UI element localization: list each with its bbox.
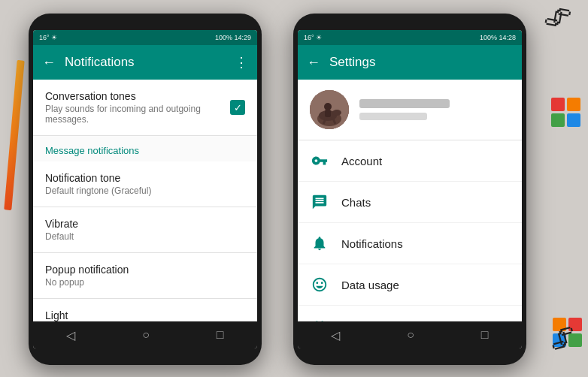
nav-home-right[interactable]: ○ [407,328,414,342]
data-usage-label: Data usage [341,279,399,291]
block-green [551,113,565,127]
nav-recents-right[interactable]: □ [481,328,489,342]
vibrate-sub: Default [45,231,245,242]
phone-left-screen: 16° ☀ 100% 14:29 ← Notifications ⋮ Con [33,30,257,348]
status-temp: 16° ☀ [39,34,57,41]
conversation-tones-sub: Play sounds for incoming and outgoing me… [45,104,230,125]
profile-name-blurred [359,99,450,108]
notification-tone-item[interactable]: Notification tone Default ringtone (Grac… [33,161,257,207]
svg-rect-4 [325,110,331,117]
block-orange [567,98,580,111]
message-notifications-header: Message notifications [33,136,257,161]
phone-left-content: 16° ☀ 100% 14:29 ← Notifications ⋮ Con [33,30,257,348]
svg-point-3 [324,103,332,110]
avatar-image [310,90,349,129]
status-bar-right: 16° ☀ 100% 14:28 [298,30,522,45]
account-icon [310,151,329,170]
contacts-icon [310,316,329,321]
light-title: Light [45,309,245,321]
conversation-tones-text: Conversation tones Play sounds for incom… [45,90,230,125]
status-bar-right-info: 100% 14:29 [215,34,251,41]
profile-section[interactable] [298,80,522,140]
status-battery-time: 100% 14:29 [215,34,251,41]
conversation-tones-title: Conversation tones [45,90,230,102]
notifications-label: Notifications [341,237,403,250]
settings-notifications-item[interactable]: Notifications [298,223,522,264]
notification-tone-title: Notification tone [45,172,245,184]
phone-right: 16° ☀ 100% 14:28 ← Settings [293,14,526,365]
settings-data-usage-item[interactable]: Data usage [298,264,522,306]
message-notifications-label: Message notifications [45,145,139,156]
more-button-left[interactable]: ⋮ [235,54,248,71]
vibrate-title: Vibrate [45,218,245,230]
block-blue [567,113,580,127]
profile-avatar [310,90,349,129]
account-label: Account [341,155,382,167]
notification-tone-sub: Default ringtone (Graceful) [45,185,245,196]
data-usage-icon [310,275,329,294]
popup-notification-sub: No popup [45,277,245,288]
svg-point-7 [332,110,341,116]
chats-label: Chats [341,196,371,209]
nav-home-left[interactable]: ○ [142,328,150,342]
popup-notification-item[interactable]: Popup notification No popup [33,253,257,299]
nav-recents-left[interactable]: □ [217,328,224,342]
status-bar-right-right: 100% 14:28 [480,34,516,41]
profile-info [359,99,510,120]
conversation-tones-row: Conversation tones Play sounds for incom… [45,90,245,125]
nav-bar-right: ◁ ○ □ [298,321,522,348]
profile-status-blurred [359,113,427,120]
settings-chats-item[interactable]: Chats [298,182,522,223]
notifications-icon [310,234,329,253]
phone-right-screen: 16° ☀ 100% 14:28 ← Settings [298,30,522,348]
app-bar-left: ← Notifications ⋮ [33,45,257,80]
binder-clip-top: 🖇 [542,0,574,35]
conversation-tones-checkbox[interactable] [230,100,245,115]
nav-back-left[interactable]: ◁ [66,328,75,342]
status-bar-left: 16° ☀ 100% 14:29 [33,30,257,45]
status-battery-time-right: 100% 14:28 [480,34,516,41]
status-bar-left-info: 16° ☀ [39,34,57,41]
back-button-left[interactable]: ← [42,55,56,71]
conversation-tones-item[interactable]: Conversation tones Play sounds for incom… [33,80,257,136]
nav-back-right[interactable]: ◁ [331,328,340,342]
status-bar-right-left: 16° ☀ [304,34,322,41]
popup-notification-title: Popup notification [45,264,245,276]
app-title-right: Settings [329,55,513,70]
block-red [551,98,565,111]
app-title-left: Notifications [65,55,226,70]
chats-icon [310,192,329,212]
back-button-right[interactable]: ← [307,55,320,71]
app-bar-right: ← Settings [298,45,522,80]
settings-content: Account Chats [298,80,522,321]
settings-contacts-item[interactable]: Contacts [298,306,522,321]
notifications-content: Conversation tones Play sounds for incom… [33,80,257,321]
nav-bar-left: ◁ ○ □ [33,321,257,348]
color-blocks-top-right [551,98,580,127]
settings-account-item[interactable]: Account [298,140,522,182]
phone-left: 16° ☀ 100% 14:29 ← Notifications ⋮ Con [29,14,262,365]
status-temp-right: 16° ☀ [304,34,322,41]
light-item[interactable]: Light Green [33,299,257,321]
phone-right-content: 16° ☀ 100% 14:28 ← Settings [298,30,522,348]
vibrate-item[interactable]: Vibrate Default [33,207,257,253]
